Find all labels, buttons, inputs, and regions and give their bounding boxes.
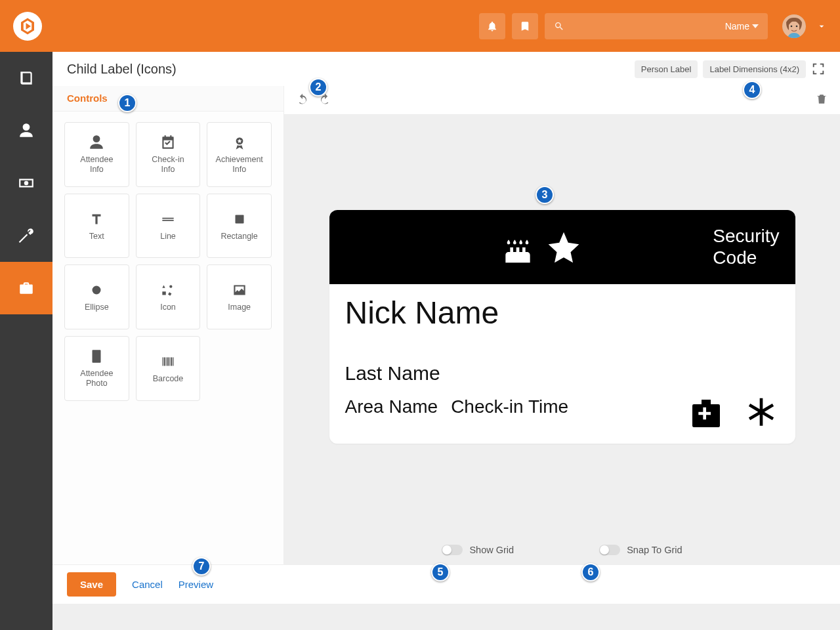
search-icon [554, 21, 564, 32]
control-label: Line [160, 232, 176, 242]
security-code-label: Security Code [713, 226, 779, 268]
control-item-ellipse[interactable]: Ellipse [64, 264, 129, 329]
control-label: Icon [160, 303, 176, 312]
icons-icon [159, 282, 177, 299]
wrench-icon [18, 227, 35, 244]
birthday-cake-icon [499, 229, 536, 266]
control-item-rect[interactable]: Rectangle [207, 194, 272, 259]
controls-header: Controls [52, 86, 284, 112]
label-preview[interactable]: Security Code Nick Name Last Name Area N… [329, 210, 795, 444]
marker-6: 6 [581, 563, 600, 581]
page-header: Child Label (Icons) Person Label Label D… [52, 52, 840, 86]
delete-button[interactable] [815, 93, 828, 108]
control-label: Attendee Photo [80, 369, 113, 388]
control-item-calendar-check[interactable]: Check-in Info [136, 122, 201, 187]
expand-button[interactable] [811, 62, 826, 76]
control-label: Barcode [153, 374, 184, 384]
control-item-user[interactable]: Attendee Info [64, 122, 129, 187]
user-icon [88, 134, 105, 151]
avatar-icon [782, 14, 806, 38]
controls-panel: Controls Attendee InfoCheck-in InfoAchie… [52, 86, 284, 564]
asterisk-icon [743, 395, 780, 432]
app-logo[interactable] [13, 12, 42, 41]
trash-icon [815, 93, 828, 106]
control-label: Attendee Info [80, 155, 113, 175]
control-label: Ellipse [85, 303, 109, 312]
badge-person-label[interactable]: Person Label [635, 60, 698, 78]
canvas-footer: Show Grid Snap To Grid [284, 536, 840, 564]
control-item-line[interactable]: Line [136, 194, 201, 259]
star-icon [545, 229, 582, 266]
last-name-field: Last Name [345, 362, 780, 385]
snap-to-grid-label: Snap To Grid [627, 545, 682, 555]
badge-icon [88, 348, 105, 365]
bell-icon [486, 20, 498, 32]
control-label: Achievement Info [216, 155, 263, 175]
nav-item-briefcase[interactable] [0, 262, 52, 314]
preview-button[interactable]: Preview [178, 579, 213, 590]
bookmark-icon [519, 20, 531, 32]
control-item-image[interactable]: Image [207, 264, 272, 329]
control-item-badge[interactable]: Attendee Photo [64, 336, 129, 401]
barcode-icon [159, 353, 177, 370]
marker-7: 7 [192, 557, 211, 576]
medal-icon [231, 134, 248, 151]
snap-to-grid-toggle[interactable] [599, 545, 620, 555]
control-item-barcode[interactable]: Barcode [136, 336, 201, 401]
control-label: Rectangle [221, 232, 258, 242]
briefcase-icon [18, 280, 35, 297]
control-label: Text [89, 232, 104, 242]
logo-icon [18, 16, 37, 36]
cancel-button[interactable]: Cancel [132, 579, 163, 590]
control-item-icons[interactable]: Icon [136, 264, 201, 329]
avatar[interactable] [782, 14, 806, 38]
user-icon [18, 122, 35, 139]
bookmark-button[interactable] [512, 13, 538, 39]
show-grid-label: Show Grid [469, 545, 514, 555]
left-nav [0, 52, 52, 630]
canvas-area[interactable]: Security Code Nick Name Last Name Area N… [284, 115, 840, 536]
control-label: Check-in Info [152, 155, 184, 175]
nav-item-tools[interactable] [0, 209, 52, 262]
control-label: Image [228, 303, 251, 312]
money-icon [18, 175, 35, 192]
undo-button[interactable] [296, 93, 309, 108]
marker-5: 5 [431, 563, 450, 581]
marker-4: 4 [743, 81, 761, 99]
nav-item-book[interactable] [0, 52, 52, 104]
save-button[interactable]: Save [67, 572, 116, 597]
nav-item-person[interactable] [0, 104, 52, 157]
checkin-time-field: Check-in Time [451, 396, 568, 417]
chevron-down-icon[interactable] [816, 21, 827, 32]
svg-rect-3 [235, 215, 243, 223]
marker-3: 3 [536, 186, 554, 204]
ellipse-icon [88, 282, 105, 299]
chevron-down-icon [752, 24, 759, 28]
marker-2: 2 [309, 78, 327, 96]
svg-point-1 [791, 25, 793, 27]
area-name-field: Area Name [345, 396, 438, 417]
badge-dimensions[interactable]: Label Dimensions (4x2) [703, 60, 806, 78]
line-icon [159, 211, 177, 228]
search-input[interactable]: Name [545, 13, 768, 39]
nav-item-money[interactable] [0, 157, 52, 209]
page-title: Child Label (Icons) [67, 62, 177, 77]
control-item-text[interactable]: Text [64, 194, 129, 259]
nick-name-field: Nick Name [345, 295, 780, 331]
show-grid-toggle[interactable] [442, 545, 463, 555]
medical-icon [688, 395, 724, 432]
book-icon [18, 70, 35, 87]
rect-icon [231, 211, 248, 228]
user-label: Name [725, 21, 749, 32]
notifications-button[interactable] [479, 13, 505, 39]
user-menu[interactable]: Name [725, 21, 759, 32]
svg-point-2 [796, 25, 798, 27]
top-bar: Name [0, 0, 840, 52]
marker-1: 1 [118, 94, 136, 112]
control-item-medal[interactable]: Achievement Info [207, 122, 272, 187]
svg-point-4 [93, 286, 101, 295]
image-icon [231, 282, 248, 299]
undo-icon [296, 93, 309, 106]
calendar-check-icon [159, 134, 177, 151]
text-icon [88, 211, 105, 228]
